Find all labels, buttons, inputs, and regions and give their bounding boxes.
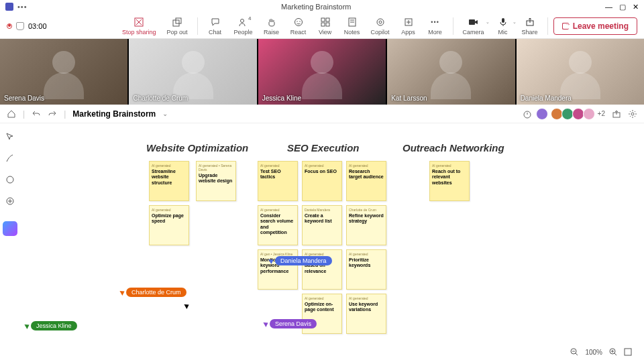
- sticky-note[interactable]: AI generated • Serena DavisUpgrade websi…: [196, 161, 236, 201]
- view-icon: [320, 17, 331, 27]
- zoom-out-button[interactable]: [570, 348, 578, 356]
- svg-rect-10: [326, 18, 329, 21]
- sticky-note[interactable]: AI generatedFocus on SEO: [302, 161, 342, 201]
- mic-button[interactable]: Mic ⌄: [491, 15, 515, 37]
- view-button[interactable]: View: [313, 15, 337, 37]
- whiteboard-canvas[interactable]: Website Optimization SEO Execution Outre…: [0, 123, 644, 362]
- sticky-note[interactable]: AI generatedStreamline website structure: [149, 161, 189, 201]
- recording-indicator: 03:00: [7, 22, 47, 30]
- video-tile[interactable]: Jessica Kline: [258, 39, 386, 105]
- svg-rect-39: [625, 349, 631, 355]
- avatar: [583, 108, 595, 120]
- raise-hand-icon: [266, 17, 277, 27]
- svg-point-17: [379, 21, 382, 23]
- camera-button[interactable]: Camera ⌄: [459, 15, 488, 37]
- svg-point-28: [7, 176, 13, 183]
- svg-point-7: [297, 21, 297, 21]
- sticky-note[interactable]: AI generatedUse keyword variations: [346, 294, 386, 334]
- svg-rect-22: [502, 18, 504, 23]
- sticky-note[interactable]: Daniela ManderaCreate a keyword list: [302, 205, 342, 245]
- column-heading: Outreach Networking: [402, 142, 504, 154]
- pen-tool[interactable]: [3, 152, 17, 165]
- more-icon[interactable]: •••: [17, 3, 28, 11]
- mic-icon: [498, 17, 508, 27]
- participant-name: Jessica Kline: [262, 95, 301, 102]
- timer-icon[interactable]: [523, 109, 532, 119]
- avatar-overflow[interactable]: +2: [598, 110, 605, 117]
- sticky-note[interactable]: AI generatedPrioritize keywords: [346, 249, 386, 290]
- react-icon: [293, 17, 304, 27]
- chat-icon: [210, 17, 221, 27]
- sticky-note[interactable]: Charlotte de CrumRefine keyword strategy: [346, 205, 386, 245]
- notes-icon: [347, 17, 358, 27]
- chevron-down-icon[interactable]: ⌄: [513, 19, 517, 25]
- undo-icon[interactable]: [32, 109, 41, 119]
- whiteboard-title[interactable]: Marketing Brainstorm: [72, 109, 156, 119]
- camera-icon: [468, 17, 479, 27]
- zoom-in-button[interactable]: [609, 348, 617, 356]
- remote-cursor: Jessica Kline: [25, 321, 77, 330]
- chevron-down-icon[interactable]: ⌄: [162, 110, 168, 117]
- add-tool[interactable]: [3, 194, 17, 208]
- raise-hand-button[interactable]: Raise: [260, 15, 284, 37]
- share-icon: [525, 17, 535, 27]
- more-dots-icon: •••: [430, 17, 441, 27]
- sticky-note[interactable]: AI generatedkeywords based on relevance: [302, 249, 342, 290]
- stop-sharing-icon: [133, 17, 144, 27]
- apps-button[interactable]: Apps: [396, 15, 421, 37]
- notes-button[interactable]: Notes: [340, 15, 364, 37]
- settings-icon[interactable]: [628, 109, 637, 119]
- redo-icon[interactable]: [48, 109, 57, 119]
- svg-line-38: [614, 353, 616, 355]
- video-tile[interactable]: Kat Larsson: [387, 39, 515, 105]
- video-tile[interactable]: Daniela Mandera: [517, 39, 644, 105]
- sticky-note[interactable]: AI generatedOptimize page speed: [149, 205, 189, 245]
- pop-out-button[interactable]: Pop out: [163, 15, 192, 37]
- recording-time: 03:00: [28, 22, 47, 30]
- window-title: Marketing Brainstorm: [28, 3, 605, 11]
- svg-rect-21: [469, 19, 475, 25]
- chat-button[interactable]: Chat: [203, 15, 227, 37]
- avatar: [561, 108, 574, 120]
- close-button[interactable]: ✕: [633, 3, 639, 11]
- apps-icon: [403, 17, 414, 27]
- svg-rect-4: [176, 18, 181, 23]
- sticky-note[interactable]: AI generatedTest SEO tactics: [258, 161, 298, 201]
- svg-point-5: [240, 19, 244, 22]
- home-icon[interactable]: [7, 109, 16, 119]
- copilot-canvas-icon[interactable]: [3, 221, 17, 236]
- maximize-button[interactable]: ▢: [619, 3, 626, 11]
- column-heading: SEO Execution: [287, 142, 360, 154]
- remote-cursor: Serena Davis: [264, 319, 317, 328]
- sticky-note[interactable]: AI generatedReach out to relevant websit…: [429, 161, 470, 201]
- minimize-button[interactable]: —: [605, 3, 612, 11]
- participant-name: Kat Larsson: [391, 95, 427, 102]
- copilot-button[interactable]: Copilot: [367, 15, 394, 37]
- svg-point-8: [299, 21, 300, 21]
- more-button[interactable]: ••• More: [423, 15, 447, 37]
- participant-name: Serena Davis: [4, 95, 44, 102]
- react-button[interactable]: React: [286, 15, 311, 37]
- fit-screen-button[interactable]: [624, 348, 632, 356]
- svg-rect-12: [326, 23, 329, 26]
- leave-meeting-button[interactable]: Leave meeting: [553, 17, 637, 35]
- video-tile[interactable]: Charlotte de Crum: [129, 39, 256, 105]
- stop-sharing-button[interactable]: Stop sharing: [118, 15, 160, 37]
- title-bar: ••• Marketing Brainstorm — ▢ ✕: [0, 0, 644, 13]
- sticky-note[interactable]: AI gen • Jessica KlineMonitor keyword pe…: [258, 249, 298, 290]
- share-link-icon[interactable]: [612, 109, 621, 119]
- pointer-tool[interactable]: [3, 130, 17, 143]
- remote-cursor: Charlotte de Crum: [121, 288, 186, 297]
- sticky-note[interactable]: AI generatedConsider search volume and c…: [258, 205, 298, 245]
- comment-tool[interactable]: [3, 173, 17, 186]
- teams-app-icon: [5, 3, 13, 11]
- people-button[interactable]: 4 People: [230, 15, 257, 37]
- share-button[interactable]: Share: [518, 15, 542, 37]
- svg-rect-9: [321, 18, 325, 21]
- chevron-down-icon[interactable]: ⌄: [486, 19, 490, 25]
- video-tile[interactable]: Serena Davis: [0, 39, 127, 105]
- sticky-note[interactable]: AI generatedResearch target audience: [346, 161, 386, 201]
- presence-avatars[interactable]: +2: [539, 108, 605, 120]
- column-heading: Website Optimization: [146, 142, 248, 154]
- pop-out-icon: [172, 17, 182, 27]
